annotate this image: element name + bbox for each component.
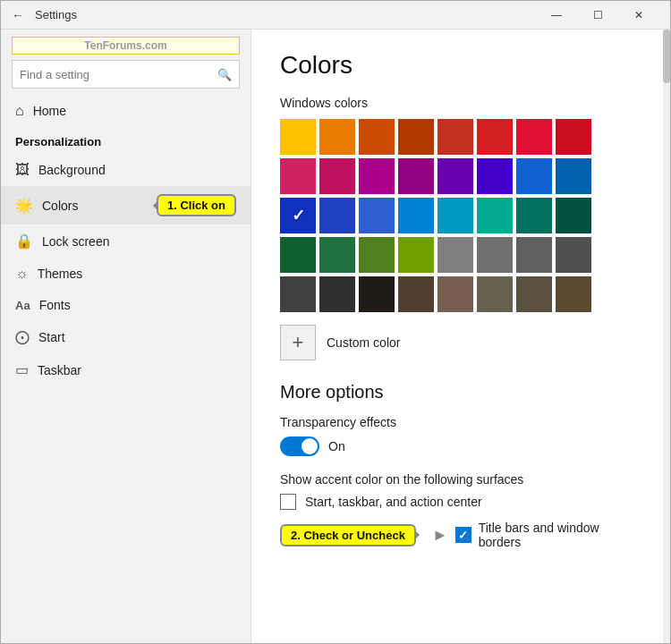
color-swatch-33[interactable] — [319, 276, 355, 312]
sidebar-label-colors: Colors — [42, 199, 149, 213]
sidebar-item-start[interactable]: ⨀ Start — [1, 320, 251, 353]
checkbox1-row: Start, taskbar, and action center — [280, 494, 641, 510]
taskbar-icon: ▭ — [15, 361, 29, 378]
sidebar-item-colors[interactable]: 🌟 Colors 1. Click on — [1, 186, 251, 225]
color-swatch-35[interactable] — [398, 276, 434, 312]
content-area: TenForums.com 🔍 ⌂ Home Personalization 🖼… — [1, 30, 670, 643]
color-swatch-3[interactable] — [398, 119, 434, 155]
color-swatch-22[interactable] — [516, 198, 552, 233]
toggle-row: On — [280, 436, 641, 456]
color-swatch-11[interactable] — [398, 158, 434, 194]
color-swatch-10[interactable] — [359, 158, 395, 194]
color-swatch-7[interactable] — [556, 119, 591, 155]
sidebar: TenForums.com 🔍 ⌂ Home Personalization 🖼… — [1, 30, 251, 643]
accent-surfaces-label: Show accent color on the following surfa… — [280, 472, 641, 487]
back-button[interactable]: ← — [12, 8, 24, 22]
color-swatch-8[interactable] — [280, 158, 316, 194]
color-swatch-28[interactable] — [437, 237, 473, 273]
search-input[interactable] — [20, 68, 217, 81]
sidebar-home[interactable]: ⌂ Home — [1, 96, 251, 126]
color-swatch-2[interactable] — [359, 119, 395, 155]
color-swatch-1[interactable] — [319, 119, 355, 155]
color-swatch-16[interactable] — [280, 198, 316, 233]
color-grid — [280, 119, 641, 312]
color-swatch-17[interactable] — [319, 198, 355, 233]
transparency-option: Transparency effects On — [280, 415, 641, 456]
color-swatch-14[interactable] — [516, 158, 552, 194]
color-swatch-37[interactable] — [477, 276, 513, 312]
color-swatch-20[interactable] — [437, 198, 473, 233]
window-controls: — ☐ ✕ — [536, 1, 659, 30]
checkbox-title-bars[interactable] — [455, 527, 471, 543]
sidebar-section-title: Personalization — [1, 126, 251, 154]
search-box[interactable]: 🔍 — [12, 60, 240, 89]
maximize-button[interactable]: ☐ — [577, 1, 618, 30]
transparency-toggle[interactable] — [280, 436, 319, 456]
sidebar-item-fonts[interactable]: Aa Fonts — [1, 290, 251, 320]
toggle-knob — [302, 438, 318, 454]
settings-window: ← Settings — ☐ ✕ TenForums.com 🔍 ⌂ Home … — [0, 0, 671, 644]
minimize-button[interactable]: — — [536, 1, 577, 30]
transparency-label: Transparency effects — [280, 415, 641, 429]
sidebar-item-taskbar[interactable]: ▭ Taskbar — [1, 353, 251, 386]
sidebar-label-lock: Lock screen — [42, 234, 236, 249]
sidebar-item-themes[interactable]: ☼ Themes — [1, 258, 251, 290]
color-swatch-0[interactable] — [280, 119, 316, 155]
windows-colors-label: Windows colors — [280, 96, 641, 110]
color-swatch-6[interactable] — [516, 119, 552, 155]
lock-icon: 🔒 — [15, 233, 33, 250]
color-swatch-5[interactable] — [477, 119, 513, 155]
color-swatch-26[interactable] — [359, 237, 395, 273]
themes-icon: ☼ — [15, 266, 29, 282]
sidebar-label-start: Start — [38, 330, 236, 344]
color-swatch-13[interactable] — [477, 158, 513, 194]
color-swatch-34[interactable] — [359, 276, 395, 312]
color-swatch-19[interactable] — [398, 198, 434, 233]
color-swatch-27[interactable] — [398, 237, 434, 273]
watermark: TenForums.com — [12, 37, 240, 55]
color-swatch-15[interactable] — [556, 158, 591, 194]
color-swatch-23[interactable] — [556, 198, 591, 233]
page-title: Colors — [280, 51, 641, 80]
color-swatch-31[interactable] — [556, 237, 591, 273]
color-swatch-25[interactable] — [319, 237, 355, 273]
search-icon: 🔍 — [217, 68, 232, 81]
color-swatch-21[interactable] — [477, 198, 513, 233]
color-swatch-38[interactable] — [516, 276, 552, 312]
checkbox-start-taskbar[interactable] — [280, 494, 296, 510]
color-swatch-4[interactable] — [437, 119, 473, 155]
toggle-label: On — [328, 439, 345, 453]
sidebar-item-background[interactable]: 🖼 Background — [1, 154, 251, 186]
color-swatch-30[interactable] — [516, 237, 552, 273]
callout-1: 1. Click on — [157, 194, 236, 216]
fonts-icon: Aa — [15, 299, 30, 312]
color-swatch-32[interactable] — [280, 276, 316, 312]
sidebar-label-themes: Themes — [38, 267, 236, 281]
color-swatch-24[interactable] — [280, 237, 316, 273]
more-options-title: More options — [280, 382, 641, 402]
color-swatch-36[interactable] — [437, 276, 473, 312]
sidebar-item-lock-screen[interactable]: 🔒 Lock screen — [1, 225, 251, 258]
color-swatch-12[interactable] — [437, 158, 473, 194]
color-swatch-39[interactable] — [556, 276, 591, 312]
custom-color-row: + Custom color — [280, 325, 641, 360]
color-swatch-29[interactable] — [477, 237, 513, 273]
sidebar-label-background: Background — [38, 163, 236, 177]
background-icon: 🖼 — [15, 162, 30, 178]
color-swatch-9[interactable] — [319, 158, 355, 194]
scrollbar-thumb — [663, 30, 670, 83]
custom-color-button[interactable]: + — [280, 325, 316, 360]
callout2-arrow: ► — [432, 526, 448, 545]
checkbox1-label: Start, taskbar, and action center — [305, 495, 482, 509]
accent-surfaces-option: Show accent color on the following surfa… — [280, 472, 641, 549]
sidebar-label-fonts: Fonts — [39, 298, 236, 312]
scrollbar-track[interactable] — [663, 30, 670, 643]
home-icon: ⌂ — [15, 103, 24, 119]
checkbox2-label: Title bars and window borders — [479, 521, 641, 549]
custom-color-label: Custom color — [327, 335, 400, 350]
window-title: Settings — [35, 8, 536, 21]
color-swatch-18[interactable] — [359, 198, 395, 233]
close-button[interactable]: ✕ — [618, 1, 659, 30]
home-label: Home — [33, 104, 66, 118]
start-icon: ⨀ — [15, 328, 30, 345]
